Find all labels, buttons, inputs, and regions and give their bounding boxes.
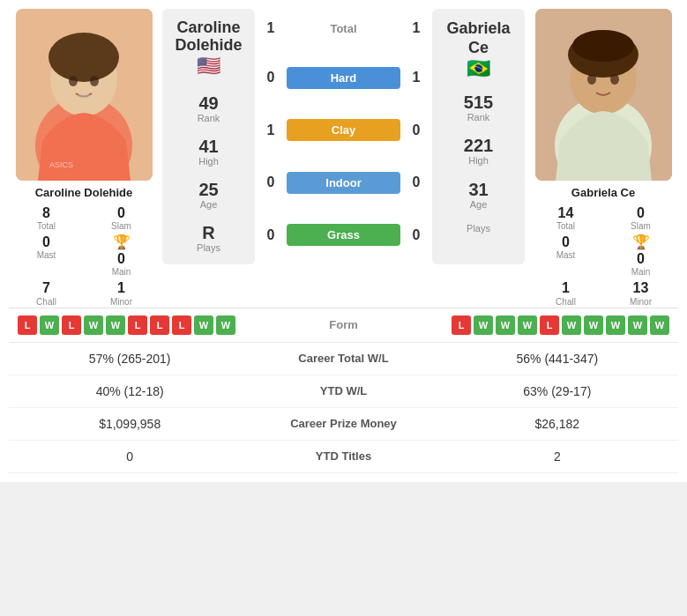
titles-row: 0 YTD Titles 2	[9, 441, 678, 473]
left-name-header-line2: Dolehide	[175, 37, 242, 55]
right-stat-total: 14 Total	[532, 204, 600, 232]
left-stat-chall: 7 Chall	[12, 279, 80, 307]
career-wl-left: 57% (265-201)	[23, 352, 236, 366]
left-player-section: ASICS Caroline Dolehide 8 Total 0 Slam 0…	[9, 9, 159, 308]
left-stat-minor: 1 Minor	[87, 279, 155, 307]
svg-point-14	[610, 74, 619, 85]
ytd-wl-label: YTD W/L	[236, 384, 450, 397]
right-player-name: Gabriela Ce	[571, 186, 635, 199]
form-badge-l: L	[540, 315, 559, 335]
right-rank: 515 Rank	[464, 93, 493, 123]
right-name-header: Gabriela Ce 🇧🇷	[439, 19, 518, 80]
titles-label: YTD Titles	[236, 449, 450, 463]
titles-left: 0	[23, 449, 236, 464]
left-player-stats: 8 Total 0 Slam 0 Mast 🏆 0 Main 7	[9, 204, 159, 308]
right-stat-mast: 0 Mast	[532, 234, 600, 278]
ytd-wl-right: 63% (29-17)	[451, 384, 664, 398]
left-age: 25 Age	[198, 180, 218, 211]
form-label: Form	[291, 318, 397, 331]
form-badge-w: W	[562, 315, 581, 335]
form-badge-w: W	[518, 315, 537, 335]
form-badge-w: W	[628, 315, 647, 335]
career-wl-row: 57% (265-201) Career Total W/L 56% (441-…	[9, 343, 678, 375]
form-badge-w: W	[606, 315, 625, 335]
form-badge-w: W	[106, 315, 125, 335]
total-row: 1 Total 1	[262, 20, 425, 36]
stats-section: 57% (265-201) Career Total W/L 56% (441-…	[9, 342, 678, 473]
left-player-photo: ASICS	[16, 9, 153, 181]
left-plays: R Plays	[197, 223, 220, 254]
center-section: Caroline Dolehide 🇺🇸 49 Rank 41 High 25 …	[159, 9, 528, 264]
form-badge-l: L	[150, 315, 169, 335]
svg-point-5	[90, 76, 99, 86]
prize-row: $1,099,958 Career Prize Money $26,182	[9, 408, 678, 441]
left-rank: 49 Rank	[198, 93, 220, 124]
form-badge-l: L	[62, 315, 81, 335]
career-wl-right: 56% (441-347)	[451, 352, 664, 366]
ytd-wl-left: 40% (12-18)	[23, 384, 236, 398]
grass-row: 0 Grass 0	[262, 224, 425, 246]
right-trophy-icon: 🏆 0 Main	[607, 234, 675, 278]
surface-comparison: 1 Total 1 0 Hard 1 1 Clay 0 0	[255, 9, 432, 264]
form-badge-l: L	[18, 315, 37, 335]
titles-right: 2	[451, 449, 664, 464]
hard-badge: Hard	[287, 67, 400, 89]
left-trophy-icon: 🏆 0 Main	[87, 234, 155, 278]
right-stat-slam: 0 Slam	[607, 204, 675, 232]
form-badge-w: W	[194, 315, 213, 335]
indoor-badge: Indoor	[287, 172, 400, 194]
form-badge-w: W	[496, 315, 515, 335]
form-badge-w: W	[474, 315, 493, 335]
left-stat-slam: 0 Slam	[87, 204, 155, 232]
right-player-stats: 14 Total 0 Slam 0 Mast 🏆 0 Main 1	[528, 204, 678, 308]
indoor-row: 0 Indoor 0	[262, 172, 425, 194]
left-detail-box: Caroline Dolehide 🇺🇸 49 Rank 41 High 25 …	[162, 9, 255, 264]
left-form-badges: LWLWWLLLWW	[18, 315, 291, 335]
form-badge-w: W	[584, 315, 603, 335]
prize-right: $26,182	[451, 417, 664, 431]
main-container: ASICS Caroline Dolehide 8 Total 0 Slam 0…	[0, 0, 687, 482]
form-badge-w: W	[40, 315, 59, 335]
prize-left: $1,099,958	[23, 417, 236, 431]
right-plays: Plays	[467, 223, 490, 234]
right-high: 221 High	[464, 136, 493, 167]
svg-point-4	[69, 76, 78, 86]
svg-rect-6	[78, 94, 90, 98]
ytd-wl-row: 40% (12-18) YTD W/L 63% (29-17)	[9, 375, 678, 408]
left-player-name: Caroline Dolehide	[35, 186, 133, 199]
clay-row: 1 Clay 0	[262, 119, 425, 141]
right-flag: 🇧🇷	[439, 57, 518, 80]
form-badge-w: W	[650, 315, 669, 335]
career-wl-label: Career Total W/L	[236, 352, 450, 365]
right-player-photo	[535, 9, 672, 181]
left-stat-total: 8 Total	[12, 204, 80, 232]
right-age: 31 Age	[468, 180, 488, 211]
right-stat-minor: 13 Minor	[607, 279, 675, 307]
form-badge-l: L	[128, 315, 147, 335]
form-section: LWLWWLLLWW Form LWWWLWWWWW	[9, 308, 678, 342]
form-badge-l: L	[452, 315, 471, 335]
player-comparison-section: ASICS Caroline Dolehide 8 Total 0 Slam 0…	[9, 9, 678, 308]
right-player-section: Gabriela Ce 14 Total 0 Slam 0 Mast 🏆 0	[528, 9, 678, 308]
prize-label: Career Prize Money	[236, 417, 450, 430]
left-name-header-line1: Caroline	[175, 19, 242, 37]
hard-row: 0 Hard 1	[262, 67, 425, 89]
form-badge-w: W	[216, 315, 235, 335]
right-detail-box: Gabriela Ce 🇧🇷 515 Rank 221 High 31 Age …	[432, 9, 525, 264]
left-high: 41 High	[198, 137, 219, 167]
svg-point-12	[572, 30, 634, 62]
left-flag: 🇺🇸	[175, 55, 242, 78]
right-form-badges: LWWWLWWWWW	[397, 315, 670, 335]
right-stat-chall: 1 Chall	[532, 279, 600, 307]
svg-text:ASICS: ASICS	[49, 160, 73, 169]
form-badge-w: W	[84, 315, 103, 335]
form-badge-l: L	[172, 315, 191, 335]
left-stat-mast: 0 Mast	[12, 234, 80, 278]
grass-badge: Grass	[287, 224, 400, 246]
svg-point-13	[587, 74, 596, 85]
clay-badge: Clay	[287, 119, 400, 141]
svg-point-3	[49, 33, 119, 82]
right-name-label: Gabriela Ce	[439, 19, 518, 57]
